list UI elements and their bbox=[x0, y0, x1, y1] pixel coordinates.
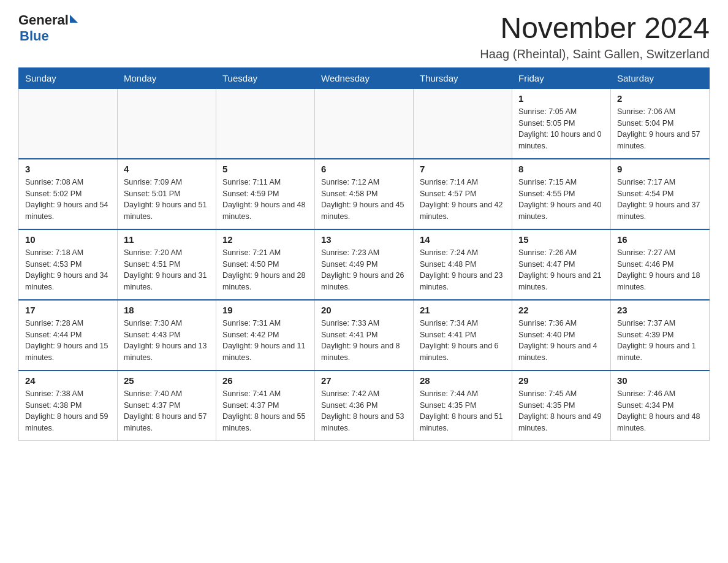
day-info: Sunrise: 7:38 AM Sunset: 4:38 PM Dayligh… bbox=[25, 388, 111, 434]
logo: General Blue bbox=[18, 12, 78, 45]
calendar-day-cell: 24Sunrise: 7:38 AM Sunset: 4:38 PM Dayli… bbox=[19, 370, 118, 441]
day-number: 11 bbox=[124, 234, 210, 245]
day-info: Sunrise: 7:27 AM Sunset: 4:46 PM Dayligh… bbox=[617, 247, 703, 293]
calendar-day-cell: 12Sunrise: 7:21 AM Sunset: 4:50 PM Dayli… bbox=[216, 229, 315, 300]
calendar-day-cell: 1Sunrise: 7:05 AM Sunset: 5:05 PM Daylig… bbox=[512, 88, 611, 159]
calendar-day-cell bbox=[315, 88, 414, 159]
day-info: Sunrise: 7:41 AM Sunset: 4:37 PM Dayligh… bbox=[222, 388, 308, 434]
calendar-day-cell: 8Sunrise: 7:15 AM Sunset: 4:55 PM Daylig… bbox=[512, 159, 611, 229]
calendar-day-cell: 22Sunrise: 7:36 AM Sunset: 4:40 PM Dayli… bbox=[512, 300, 611, 370]
day-number: 21 bbox=[420, 305, 506, 315]
day-number: 4 bbox=[124, 164, 210, 174]
day-number: 10 bbox=[25, 234, 111, 245]
day-number: 18 bbox=[124, 305, 210, 315]
calendar-day-cell: 19Sunrise: 7:31 AM Sunset: 4:42 PM Dayli… bbox=[216, 300, 315, 370]
day-info: Sunrise: 7:26 AM Sunset: 4:47 PM Dayligh… bbox=[518, 247, 604, 293]
day-info: Sunrise: 7:05 AM Sunset: 5:05 PM Dayligh… bbox=[518, 106, 604, 152]
page-header: General Blue November 2024 Haag (Rheinta… bbox=[18, 12, 710, 61]
day-info: Sunrise: 7:21 AM Sunset: 4:50 PM Dayligh… bbox=[222, 247, 308, 293]
day-info: Sunrise: 7:08 AM Sunset: 5:02 PM Dayligh… bbox=[25, 177, 111, 223]
day-number: 22 bbox=[518, 305, 604, 315]
day-info: Sunrise: 7:42 AM Sunset: 4:36 PM Dayligh… bbox=[321, 388, 407, 434]
day-info: Sunrise: 7:37 AM Sunset: 4:39 PM Dayligh… bbox=[617, 318, 703, 364]
location-subtitle: Haag (Rheintal), Saint Gallen, Switzerla… bbox=[480, 47, 710, 61]
weekday-header-sunday: Sunday bbox=[19, 67, 118, 88]
day-number: 29 bbox=[518, 375, 604, 386]
calendar-week-row: 24Sunrise: 7:38 AM Sunset: 4:38 PM Dayli… bbox=[19, 370, 710, 441]
day-number: 26 bbox=[222, 375, 308, 386]
weekday-header-friday: Friday bbox=[512, 67, 611, 88]
calendar-day-cell: 27Sunrise: 7:42 AM Sunset: 4:36 PM Dayli… bbox=[315, 370, 414, 441]
day-info: Sunrise: 7:06 AM Sunset: 5:04 PM Dayligh… bbox=[617, 106, 703, 152]
calendar-week-row: 3Sunrise: 7:08 AM Sunset: 5:02 PM Daylig… bbox=[19, 159, 710, 229]
calendar-day-cell: 15Sunrise: 7:26 AM Sunset: 4:47 PM Dayli… bbox=[512, 229, 611, 300]
day-number: 5 bbox=[222, 164, 308, 174]
day-number: 1 bbox=[518, 93, 604, 104]
month-title: November 2024 bbox=[480, 12, 710, 45]
day-info: Sunrise: 7:17 AM Sunset: 4:54 PM Dayligh… bbox=[617, 177, 703, 223]
logo-general-text: General bbox=[18, 12, 69, 28]
weekday-header-row: SundayMondayTuesdayWednesdayThursdayFrid… bbox=[19, 67, 710, 88]
day-number: 20 bbox=[321, 305, 407, 315]
calendar-day-cell: 18Sunrise: 7:30 AM Sunset: 4:43 PM Dayli… bbox=[118, 300, 216, 370]
calendar-day-cell: 2Sunrise: 7:06 AM Sunset: 5:04 PM Daylig… bbox=[611, 88, 710, 159]
calendar-week-row: 17Sunrise: 7:28 AM Sunset: 4:44 PM Dayli… bbox=[19, 300, 710, 370]
calendar-day-cell: 21Sunrise: 7:34 AM Sunset: 4:41 PM Dayli… bbox=[414, 300, 512, 370]
day-info: Sunrise: 7:44 AM Sunset: 4:35 PM Dayligh… bbox=[420, 388, 506, 434]
day-info: Sunrise: 7:46 AM Sunset: 4:34 PM Dayligh… bbox=[617, 388, 703, 434]
day-info: Sunrise: 7:24 AM Sunset: 4:48 PM Dayligh… bbox=[420, 247, 506, 293]
calendar-day-cell: 28Sunrise: 7:44 AM Sunset: 4:35 PM Dayli… bbox=[414, 370, 512, 441]
calendar-day-cell bbox=[19, 88, 118, 159]
calendar-day-cell: 14Sunrise: 7:24 AM Sunset: 4:48 PM Dayli… bbox=[414, 229, 512, 300]
day-number: 15 bbox=[518, 234, 604, 245]
calendar-day-cell: 26Sunrise: 7:41 AM Sunset: 4:37 PM Dayli… bbox=[216, 370, 315, 441]
day-number: 7 bbox=[420, 164, 506, 174]
calendar-day-cell bbox=[216, 88, 315, 159]
calendar-day-cell: 29Sunrise: 7:45 AM Sunset: 4:35 PM Dayli… bbox=[512, 370, 611, 441]
weekday-header-tuesday: Tuesday bbox=[216, 67, 315, 88]
day-info: Sunrise: 7:09 AM Sunset: 5:01 PM Dayligh… bbox=[124, 177, 210, 223]
calendar-table: SundayMondayTuesdayWednesdayThursdayFrid… bbox=[18, 67, 710, 441]
day-info: Sunrise: 7:36 AM Sunset: 4:40 PM Dayligh… bbox=[518, 318, 604, 364]
logo-blue-text: Blue bbox=[20, 28, 49, 44]
day-number: 8 bbox=[518, 164, 604, 174]
day-number: 12 bbox=[222, 234, 308, 245]
weekday-header-monday: Monday bbox=[118, 67, 216, 88]
day-info: Sunrise: 7:45 AM Sunset: 4:35 PM Dayligh… bbox=[518, 388, 604, 434]
day-info: Sunrise: 7:20 AM Sunset: 4:51 PM Dayligh… bbox=[124, 247, 210, 293]
day-info: Sunrise: 7:12 AM Sunset: 4:58 PM Dayligh… bbox=[321, 177, 407, 223]
calendar-day-cell: 9Sunrise: 7:17 AM Sunset: 4:54 PM Daylig… bbox=[611, 159, 710, 229]
day-number: 17 bbox=[25, 305, 111, 315]
calendar-day-cell: 20Sunrise: 7:33 AM Sunset: 4:41 PM Dayli… bbox=[315, 300, 414, 370]
calendar-day-cell: 11Sunrise: 7:20 AM Sunset: 4:51 PM Dayli… bbox=[118, 229, 216, 300]
calendar-day-cell: 7Sunrise: 7:14 AM Sunset: 4:57 PM Daylig… bbox=[414, 159, 512, 229]
day-number: 30 bbox=[617, 375, 703, 386]
weekday-header-saturday: Saturday bbox=[611, 67, 710, 88]
calendar-day-cell: 10Sunrise: 7:18 AM Sunset: 4:53 PM Dayli… bbox=[19, 229, 118, 300]
day-number: 6 bbox=[321, 164, 407, 174]
day-info: Sunrise: 7:23 AM Sunset: 4:49 PM Dayligh… bbox=[321, 247, 407, 293]
calendar-day-cell bbox=[118, 88, 216, 159]
calendar-day-cell bbox=[414, 88, 512, 159]
weekday-header-wednesday: Wednesday bbox=[315, 67, 414, 88]
day-info: Sunrise: 7:33 AM Sunset: 4:41 PM Dayligh… bbox=[321, 318, 407, 364]
calendar-day-cell: 23Sunrise: 7:37 AM Sunset: 4:39 PM Dayli… bbox=[611, 300, 710, 370]
day-info: Sunrise: 7:31 AM Sunset: 4:42 PM Dayligh… bbox=[222, 318, 308, 364]
day-info: Sunrise: 7:40 AM Sunset: 4:37 PM Dayligh… bbox=[124, 388, 210, 434]
day-number: 14 bbox=[420, 234, 506, 245]
day-number: 13 bbox=[321, 234, 407, 245]
calendar-day-cell: 13Sunrise: 7:23 AM Sunset: 4:49 PM Dayli… bbox=[315, 229, 414, 300]
day-number: 2 bbox=[617, 93, 703, 104]
day-number: 24 bbox=[25, 375, 111, 386]
logo-triangle-icon bbox=[70, 15, 78, 23]
day-number: 28 bbox=[420, 375, 506, 386]
day-info: Sunrise: 7:18 AM Sunset: 4:53 PM Dayligh… bbox=[25, 247, 111, 293]
calendar-day-cell: 25Sunrise: 7:40 AM Sunset: 4:37 PM Dayli… bbox=[118, 370, 216, 441]
calendar-day-cell: 3Sunrise: 7:08 AM Sunset: 5:02 PM Daylig… bbox=[19, 159, 118, 229]
day-number: 27 bbox=[321, 375, 407, 386]
day-number: 3 bbox=[25, 164, 111, 174]
calendar-day-cell: 16Sunrise: 7:27 AM Sunset: 4:46 PM Dayli… bbox=[611, 229, 710, 300]
title-block: November 2024 Haag (Rheintal), Saint Gal… bbox=[480, 12, 710, 61]
calendar-day-cell: 17Sunrise: 7:28 AM Sunset: 4:44 PM Dayli… bbox=[19, 300, 118, 370]
calendar-day-cell: 4Sunrise: 7:09 AM Sunset: 5:01 PM Daylig… bbox=[118, 159, 216, 229]
